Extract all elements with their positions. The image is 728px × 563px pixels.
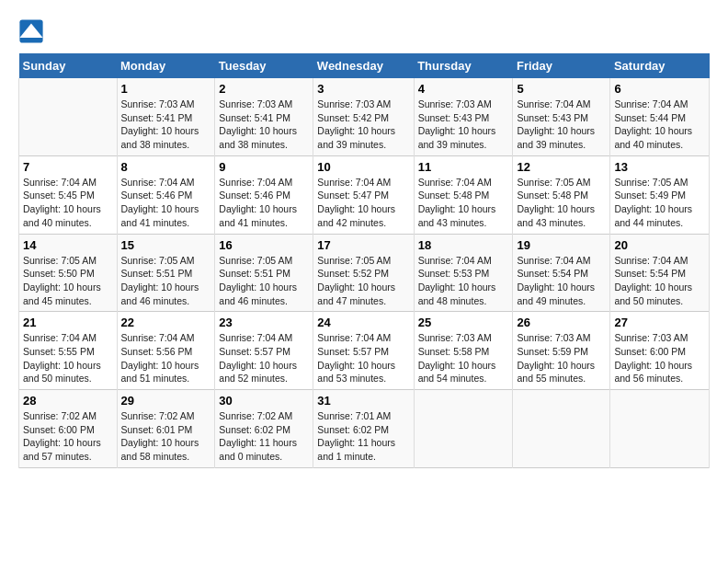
day-number: 30 (219, 394, 309, 408)
week-row-5: 28Sunrise: 7:02 AM Sunset: 6:00 PM Dayli… (19, 390, 710, 468)
day-info: Sunrise: 7:04 AM Sunset: 5:53 PM Dayligh… (418, 254, 509, 308)
day-number: 27 (614, 316, 705, 329)
column-header-wednesday: Wednesday (313, 53, 414, 78)
day-info: Sunrise: 7:04 AM Sunset: 5:43 PM Dayligh… (517, 98, 606, 152)
day-number: 24 (317, 316, 409, 329)
day-info: Sunrise: 7:03 AM Sunset: 5:59 PM Dayligh… (517, 331, 606, 385)
day-info: Sunrise: 7:03 AM Sunset: 5:43 PM Dayligh… (418, 98, 509, 152)
calendar-cell: 2Sunrise: 7:03 AM Sunset: 5:41 PM Daylig… (215, 78, 313, 155)
calendar-header: SundayMondayTuesdayWednesdayThursdayFrid… (19, 53, 710, 78)
day-info: Sunrise: 7:03 AM Sunset: 5:42 PM Dayligh… (317, 98, 409, 152)
calendar-cell: 27Sunrise: 7:03 AM Sunset: 6:00 PM Dayli… (610, 312, 710, 390)
day-number: 23 (219, 316, 309, 329)
day-number: 4 (418, 82, 509, 96)
day-number: 18 (418, 238, 509, 252)
calendar-table: SundayMondayTuesdayWednesdayThursdayFrid… (18, 53, 710, 468)
calendar-cell: 14Sunrise: 7:05 AM Sunset: 5:50 PM Dayli… (19, 234, 118, 312)
day-info: Sunrise: 7:05 AM Sunset: 5:52 PM Dayligh… (317, 254, 409, 308)
day-number: 16 (219, 238, 309, 252)
day-info: Sunrise: 7:03 AM Sunset: 5:41 PM Dayligh… (219, 98, 309, 152)
day-info: Sunrise: 7:04 AM Sunset: 5:57 PM Dayligh… (219, 331, 309, 385)
day-info: Sunrise: 7:04 AM Sunset: 5:46 PM Dayligh… (219, 176, 309, 230)
page-header (18, 18, 710, 44)
day-info: Sunrise: 7:04 AM Sunset: 5:48 PM Dayligh… (418, 176, 509, 230)
calendar-cell: 8Sunrise: 7:04 AM Sunset: 5:46 PM Daylig… (117, 155, 215, 234)
day-number: 26 (517, 316, 606, 329)
day-number: 12 (517, 160, 606, 174)
day-number: 20 (614, 238, 705, 252)
calendar-body: 1Sunrise: 7:03 AM Sunset: 5:41 PM Daylig… (19, 78, 710, 467)
day-info: Sunrise: 7:04 AM Sunset: 5:57 PM Dayligh… (317, 331, 409, 385)
day-number: 29 (121, 394, 211, 408)
calendar-cell: 6Sunrise: 7:04 AM Sunset: 5:44 PM Daylig… (610, 78, 710, 155)
calendar-cell: 11Sunrise: 7:04 AM Sunset: 5:48 PM Dayli… (414, 155, 513, 234)
day-info: Sunrise: 7:04 AM Sunset: 5:44 PM Dayligh… (614, 98, 705, 152)
day-number: 5 (517, 82, 606, 96)
column-header-sunday: Sunday (19, 53, 118, 78)
logo (18, 18, 48, 44)
column-header-thursday: Thursday (414, 53, 513, 78)
calendar-cell: 18Sunrise: 7:04 AM Sunset: 5:53 PM Dayli… (414, 234, 513, 312)
day-number: 2 (219, 82, 309, 96)
calendar-cell (513, 390, 610, 468)
day-info: Sunrise: 7:04 AM Sunset: 5:56 PM Dayligh… (121, 331, 211, 385)
calendar-cell: 10Sunrise: 7:04 AM Sunset: 5:47 PM Dayli… (313, 155, 414, 234)
day-number: 11 (418, 160, 509, 174)
day-info: Sunrise: 7:05 AM Sunset: 5:50 PM Dayligh… (23, 254, 113, 308)
calendar-cell: 4Sunrise: 7:03 AM Sunset: 5:43 PM Daylig… (414, 78, 513, 155)
day-number: 14 (23, 238, 113, 252)
day-info: Sunrise: 7:02 AM Sunset: 6:02 PM Dayligh… (219, 409, 309, 464)
day-number: 15 (121, 238, 211, 252)
column-header-tuesday: Tuesday (215, 53, 313, 78)
calendar-cell (19, 78, 118, 155)
day-info: Sunrise: 7:05 AM Sunset: 5:51 PM Dayligh… (121, 254, 211, 308)
calendar-cell: 19Sunrise: 7:04 AM Sunset: 5:54 PM Dayli… (513, 234, 610, 312)
calendar-cell: 20Sunrise: 7:04 AM Sunset: 5:54 PM Dayli… (610, 234, 710, 312)
day-number: 10 (317, 160, 409, 174)
day-info: Sunrise: 7:01 AM Sunset: 6:02 PM Dayligh… (317, 409, 409, 464)
calendar-cell: 5Sunrise: 7:04 AM Sunset: 5:43 PM Daylig… (513, 78, 610, 155)
day-number: 17 (317, 238, 409, 252)
day-info: Sunrise: 7:04 AM Sunset: 5:47 PM Dayligh… (317, 176, 409, 230)
week-row-2: 7Sunrise: 7:04 AM Sunset: 5:45 PM Daylig… (19, 155, 710, 234)
week-row-3: 14Sunrise: 7:05 AM Sunset: 5:50 PM Dayli… (19, 234, 710, 312)
day-info: Sunrise: 7:05 AM Sunset: 5:48 PM Dayligh… (517, 176, 606, 230)
day-info: Sunrise: 7:03 AM Sunset: 5:58 PM Dayligh… (418, 331, 509, 385)
day-info: Sunrise: 7:04 AM Sunset: 5:54 PM Dayligh… (517, 254, 606, 308)
calendar-cell: 31Sunrise: 7:01 AM Sunset: 6:02 PM Dayli… (313, 390, 414, 468)
column-header-friday: Friday (513, 53, 610, 78)
calendar-cell: 1Sunrise: 7:03 AM Sunset: 5:41 PM Daylig… (117, 78, 215, 155)
calendar-cell: 15Sunrise: 7:05 AM Sunset: 5:51 PM Dayli… (117, 234, 215, 312)
day-number: 6 (614, 82, 705, 96)
logo-icon (18, 18, 44, 44)
calendar-cell: 17Sunrise: 7:05 AM Sunset: 5:52 PM Dayli… (313, 234, 414, 312)
day-number: 28 (23, 394, 113, 408)
calendar-cell: 25Sunrise: 7:03 AM Sunset: 5:58 PM Dayli… (414, 312, 513, 390)
calendar-cell (414, 390, 513, 468)
day-info: Sunrise: 7:04 AM Sunset: 5:46 PM Dayligh… (121, 176, 211, 230)
header-row: SundayMondayTuesdayWednesdayThursdayFrid… (19, 53, 710, 78)
calendar-cell: 26Sunrise: 7:03 AM Sunset: 5:59 PM Dayli… (513, 312, 610, 390)
calendar-cell: 9Sunrise: 7:04 AM Sunset: 5:46 PM Daylig… (215, 155, 313, 234)
calendar-cell: 21Sunrise: 7:04 AM Sunset: 5:55 PM Dayli… (19, 312, 118, 390)
day-number: 8 (121, 160, 211, 174)
calendar-cell: 23Sunrise: 7:04 AM Sunset: 5:57 PM Dayli… (215, 312, 313, 390)
day-info: Sunrise: 7:04 AM Sunset: 5:54 PM Dayligh… (614, 254, 705, 308)
column-header-saturday: Saturday (610, 53, 710, 78)
day-info: Sunrise: 7:04 AM Sunset: 5:55 PM Dayligh… (23, 331, 113, 385)
day-number: 1 (121, 82, 211, 96)
day-info: Sunrise: 7:04 AM Sunset: 5:45 PM Dayligh… (23, 176, 113, 230)
calendar-cell: 12Sunrise: 7:05 AM Sunset: 5:48 PM Dayli… (513, 155, 610, 234)
day-info: Sunrise: 7:02 AM Sunset: 6:00 PM Dayligh… (23, 409, 113, 464)
day-info: Sunrise: 7:05 AM Sunset: 5:51 PM Dayligh… (219, 254, 309, 308)
calendar-cell: 22Sunrise: 7:04 AM Sunset: 5:56 PM Dayli… (117, 312, 215, 390)
day-number: 9 (219, 160, 309, 174)
calendar-cell: 13Sunrise: 7:05 AM Sunset: 5:49 PM Dayli… (610, 155, 710, 234)
calendar-cell: 7Sunrise: 7:04 AM Sunset: 5:45 PM Daylig… (19, 155, 118, 234)
calendar-cell: 29Sunrise: 7:02 AM Sunset: 6:01 PM Dayli… (117, 390, 215, 468)
day-info: Sunrise: 7:05 AM Sunset: 5:49 PM Dayligh… (614, 176, 705, 230)
day-info: Sunrise: 7:03 AM Sunset: 5:41 PM Dayligh… (121, 98, 211, 152)
calendar-cell: 30Sunrise: 7:02 AM Sunset: 6:02 PM Dayli… (215, 390, 313, 468)
calendar-cell: 24Sunrise: 7:04 AM Sunset: 5:57 PM Dayli… (313, 312, 414, 390)
day-number: 19 (517, 238, 606, 252)
